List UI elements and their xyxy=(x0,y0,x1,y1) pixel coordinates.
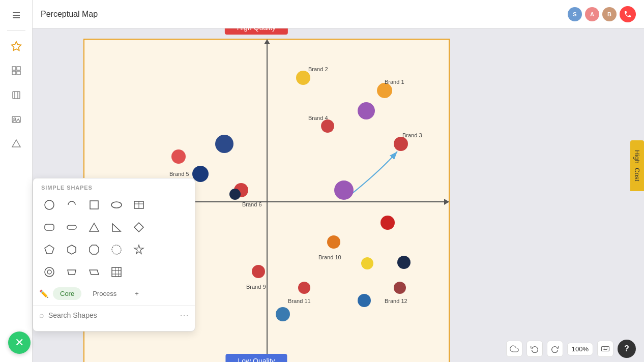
y-axis xyxy=(267,40,268,362)
svg-rect-23 xyxy=(67,225,76,229)
svg-marker-35 xyxy=(90,270,99,275)
trapezoid-shape[interactable] xyxy=(62,262,82,282)
empty-shape-3 xyxy=(151,239,171,260)
pentagon-shape[interactable] xyxy=(39,239,60,260)
brand-dot-4[interactable] xyxy=(394,137,408,151)
table-shape[interactable] xyxy=(129,195,149,215)
right-axis-label: HighCost xyxy=(630,140,644,191)
brand-label-18: Brand 12 xyxy=(385,298,407,304)
svg-rect-5 xyxy=(17,67,20,70)
star-shape[interactable] xyxy=(129,239,149,260)
brand-label-6: Brand 5 xyxy=(169,171,189,177)
triangle-shape[interactable] xyxy=(84,217,104,237)
svg-marker-28 xyxy=(68,245,76,254)
brand-dot-1[interactable] xyxy=(377,83,392,98)
svg-marker-13 xyxy=(12,140,20,147)
search-icon: ⌕ xyxy=(39,311,44,320)
brand-dot-9[interactable] xyxy=(229,189,241,200)
svg-rect-41 xyxy=(602,347,609,351)
undo-button[interactable] xyxy=(526,341,543,357)
brand-dot-15[interactable] xyxy=(361,257,373,269)
help-button[interactable]: ? xyxy=(618,340,636,358)
donut-shape[interactable] xyxy=(39,262,60,282)
shapes-panel: SIMPLE SHAPES xyxy=(33,178,195,331)
svg-marker-25 xyxy=(112,224,121,231)
star-button[interactable] xyxy=(5,35,27,57)
brand-dot-5[interactable] xyxy=(215,135,233,153)
svg-point-16 xyxy=(45,200,54,209)
page-title: Perceptual Map xyxy=(41,10,562,19)
octagon-shape[interactable] xyxy=(84,239,104,260)
svg-rect-8 xyxy=(13,92,20,99)
empty-shape-2 xyxy=(151,217,171,237)
circle-shape[interactable] xyxy=(39,195,60,215)
sidebar xyxy=(0,0,33,362)
arc-shape[interactable] xyxy=(62,195,82,215)
more-options-icon[interactable]: ⋯ xyxy=(180,310,189,321)
call-button[interactable] xyxy=(620,6,636,22)
square-shape[interactable] xyxy=(84,195,104,215)
svg-point-18 xyxy=(111,202,122,208)
brand-label-13: Brand 9 xyxy=(246,284,266,290)
brand-label-17: Brand 11 xyxy=(288,298,311,304)
tab-add[interactable]: + xyxy=(128,287,146,300)
diamond-shape[interactable] xyxy=(129,217,149,237)
keyboard-shortcut-button[interactable] xyxy=(597,341,613,357)
svg-marker-3 xyxy=(11,42,20,50)
fab-close-button[interactable]: ✕ xyxy=(8,331,31,354)
brand-dot-16[interactable] xyxy=(397,256,411,269)
brand-label-4: Brand 3 xyxy=(402,132,422,138)
brand-dot-11[interactable] xyxy=(380,216,395,230)
svg-rect-7 xyxy=(17,71,20,75)
empty-shape xyxy=(151,195,171,215)
svg-rect-22 xyxy=(45,224,54,230)
right-triangle-shape[interactable] xyxy=(106,217,127,237)
brand-label-8: Brand 6 xyxy=(242,201,262,207)
zoom-level: 100% xyxy=(567,343,593,355)
svg-rect-4 xyxy=(12,67,16,70)
image-button[interactable] xyxy=(5,108,27,131)
oval-shape[interactable] xyxy=(106,195,127,215)
brand-dot-18[interactable] xyxy=(394,282,406,294)
menu-button[interactable] xyxy=(5,4,27,26)
avatar-3[interactable]: B xyxy=(602,7,617,21)
brand-dot-14[interactable] xyxy=(327,235,340,249)
search-row: ⌕ ⋯ xyxy=(33,305,195,325)
brand-dot-6[interactable] xyxy=(171,149,186,164)
hexagon-shape[interactable] xyxy=(62,239,82,260)
redo-button[interactable] xyxy=(547,341,563,357)
brand-dot-3[interactable] xyxy=(321,119,334,133)
avatar-1[interactable]: S xyxy=(568,7,582,21)
brand-dot-20[interactable] xyxy=(276,307,290,321)
svg-rect-36 xyxy=(112,267,121,277)
tab-process[interactable]: Process xyxy=(85,287,124,300)
svg-marker-31 xyxy=(134,245,143,254)
shape-grid xyxy=(33,195,195,282)
brand-dot-19[interactable] xyxy=(358,294,371,307)
brand-dot-0[interactable] xyxy=(296,71,310,85)
top-axis-label: High Quality xyxy=(225,28,288,35)
shapes-button[interactable] xyxy=(5,133,27,155)
grid-button[interactable] xyxy=(5,59,27,82)
svg-rect-6 xyxy=(12,71,16,75)
brand-dot-10[interactable] xyxy=(334,180,354,200)
grid-shape[interactable] xyxy=(106,262,127,282)
parallelogram-shape[interactable] xyxy=(84,262,104,282)
brand-dot-17[interactable] xyxy=(298,282,310,294)
search-input[interactable] xyxy=(48,311,175,319)
svg-rect-17 xyxy=(90,201,98,209)
svg-point-33 xyxy=(47,270,51,274)
brand-label-14: Brand 10 xyxy=(318,254,341,260)
frame-button[interactable] xyxy=(5,84,27,106)
brand-dot-13[interactable] xyxy=(252,265,265,278)
pencil-icon: ✏️ xyxy=(39,289,49,298)
cloud-button[interactable] xyxy=(506,341,522,357)
header: Perceptual Map S A B xyxy=(33,0,644,28)
circle2-shape[interactable] xyxy=(106,239,127,260)
avatar-2[interactable]: A xyxy=(585,7,599,21)
svg-point-30 xyxy=(112,245,121,254)
brand-dot-2[interactable] xyxy=(358,102,375,119)
rounded-rect-shape[interactable] xyxy=(39,217,60,237)
tab-core[interactable]: Core xyxy=(53,287,81,300)
pill-shape[interactable] xyxy=(62,217,82,237)
